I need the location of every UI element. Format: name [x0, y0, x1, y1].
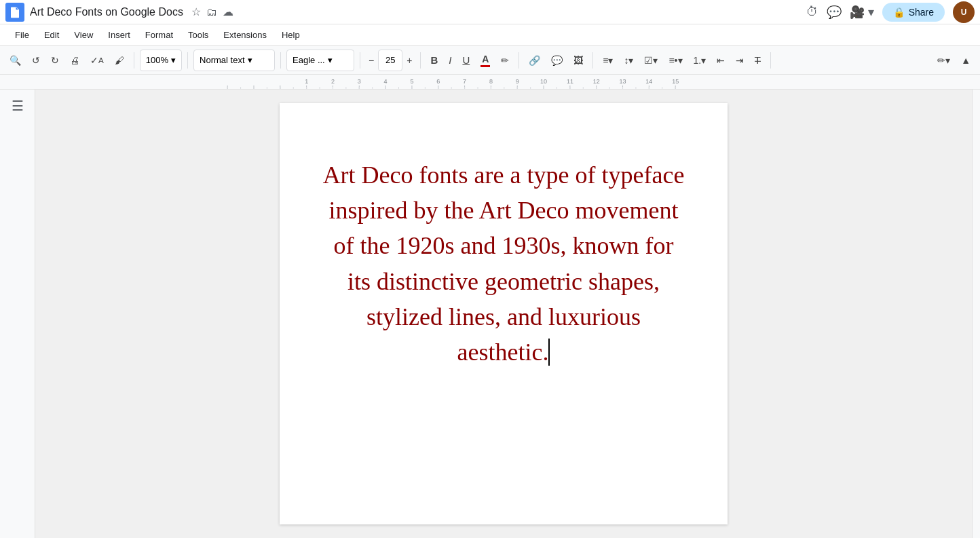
numbered-list-button[interactable]: 1.▾: [690, 50, 711, 71]
editing-mode-button[interactable]: ✏▾: [933, 50, 954, 71]
divider-4: [360, 52, 360, 69]
text-color-button[interactable]: A: [476, 50, 494, 71]
image-button[interactable]: 🖼: [569, 50, 587, 71]
history-button[interactable]: ⏱: [806, 5, 818, 19]
menu-insert[interactable]: Insert: [101, 27, 137, 43]
font-chevron: ▾: [328, 55, 333, 65]
document-body[interactable]: Art Deco fonts are a type of typeface in…: [320, 157, 687, 370]
undo-button[interactable]: ↺: [28, 50, 44, 71]
document-area[interactable]: Art Deco fonts are a type of typeface in…: [35, 90, 972, 538]
menu-extensions[interactable]: Extensions: [216, 27, 274, 43]
user-avatar[interactable]: U: [953, 1, 975, 23]
divider-5: [420, 52, 421, 69]
left-panel: ☰: [0, 90, 35, 538]
link-button[interactable]: 🔗: [525, 50, 544, 71]
ruler-canvas: [0, 75, 980, 90]
zoom-value: 100%: [146, 55, 168, 65]
text-color-indicator: [480, 65, 490, 67]
paragraph-chevron: ▾: [248, 55, 252, 65]
title-icons: ☆ 🗂 ☁: [191, 5, 233, 18]
title-bar: Art Deco Fonts on Google Docs ☆ 🗂 ☁ ⏱ 💬 …: [0, 0, 980, 24]
align-button[interactable]: ≡▾: [599, 50, 617, 71]
ruler: [0, 75, 980, 90]
cloud-icon[interactable]: ☁: [223, 5, 233, 18]
bullet-list-button[interactable]: ≡•▾: [664, 50, 686, 71]
italic-button[interactable]: I: [445, 50, 455, 71]
lock-icon: 🔒: [893, 7, 905, 18]
divider-6: [519, 52, 519, 69]
doc-title: Art Deco Fonts on Google Docs: [30, 6, 183, 18]
right-icons: ⏱ 💬 🎥 ▾ 🔒 Share U: [806, 1, 975, 23]
print-button[interactable]: 🖨: [66, 50, 83, 71]
main-area: ☰ Art Deco fonts are a type of typeface …: [0, 90, 980, 538]
document-page: Art Deco fonts are a type of typeface in…: [280, 103, 728, 524]
font-size-decrease[interactable]: −: [366, 52, 377, 69]
menu-file[interactable]: File: [8, 27, 36, 43]
divider-1: [134, 52, 134, 69]
font-name-select[interactable]: Eagle ... ▾: [286, 50, 354, 71]
font-size-increase[interactable]: +: [404, 52, 415, 69]
zoom-chevron: ▾: [171, 55, 176, 65]
right-scrollbar[interactable]: [972, 90, 980, 538]
decrease-indent-button[interactable]: ⇤: [713, 50, 729, 71]
text-cursor: [548, 339, 550, 366]
line-spacing-button[interactable]: ↕▾: [620, 50, 637, 71]
divider-2: [187, 52, 188, 69]
divider-3: [280, 52, 281, 69]
divider-8: [770, 52, 771, 69]
menu-tools[interactable]: Tools: [181, 27, 215, 43]
underline-button[interactable]: U: [458, 50, 474, 71]
font-size-input[interactable]: [378, 50, 402, 71]
highlight-button[interactable]: ✏: [497, 50, 513, 71]
paragraph-style-value: Normal text: [200, 55, 244, 65]
menu-view[interactable]: View: [67, 27, 100, 43]
menu-help[interactable]: Help: [275, 27, 307, 43]
expand-button[interactable]: ▲: [957, 50, 975, 71]
increase-indent-button[interactable]: ⇥: [732, 50, 748, 71]
folder-icon[interactable]: 🗂: [206, 6, 217, 18]
comment-button[interactable]: 💬: [827, 5, 842, 20]
share-button[interactable]: 🔒 Share: [882, 3, 945, 22]
menu-format[interactable]: Format: [138, 27, 180, 43]
menu-bar: File Edit View Insert Format Tools Exten…: [0, 24, 980, 46]
spellcheck-button[interactable]: ✓A: [86, 50, 108, 71]
font-name-value: Eagle ...: [293, 55, 325, 65]
text-color-letter: A: [482, 54, 489, 64]
doc-icon: [5, 3, 24, 22]
outline-icon[interactable]: ☰: [12, 98, 24, 114]
clear-format-button[interactable]: T̶: [751, 50, 765, 71]
paragraph-style-select[interactable]: Normal text ▾: [193, 50, 275, 71]
share-label: Share: [909, 7, 934, 18]
search-button[interactable]: 🔍: [5, 50, 25, 71]
divider-7: [592, 52, 593, 69]
paint-format-button[interactable]: 🖌: [111, 50, 128, 71]
zoom-select[interactable]: 100% ▾: [140, 50, 182, 71]
checklist-button[interactable]: ☑▾: [640, 50, 662, 71]
menu-edit[interactable]: Edit: [37, 27, 66, 43]
font-size-control: − +: [366, 50, 415, 71]
bold-button[interactable]: B: [426, 50, 442, 71]
redo-button[interactable]: ↻: [47, 50, 63, 71]
star-icon[interactable]: ☆: [191, 5, 201, 18]
comment-button[interactable]: 💬: [547, 50, 567, 71]
meet-button[interactable]: 🎥 ▾: [850, 5, 874, 20]
toolbar: 🔍 ↺ ↻ 🖨 ✓A 🖌 100% ▾ Normal text ▾ Eagle …: [0, 46, 980, 75]
